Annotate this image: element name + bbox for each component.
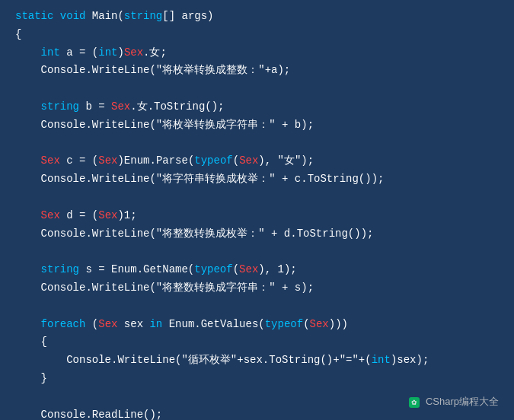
code-container: static void Main(string[] args) { int a … <box>0 0 514 420</box>
code-line-17 <box>15 298 499 316</box>
wechat-icon: ✿ <box>409 397 420 408</box>
watermark: ✿ CSharp编程大全 <box>409 395 499 409</box>
code-line-9: Sex c = (Sex)Enum.Parse(typeof(Sex), "女"… <box>15 152 499 170</box>
code-line-21: } <box>15 370 499 388</box>
code-line-11 <box>15 189 499 207</box>
code-line-18: foreach (Sex sex in Enum.GetValues(typeo… <box>15 316 499 334</box>
code-block: static void Main(string[] args) { int a … <box>15 8 499 420</box>
code-line-7: Console.WriteLine("将枚举转换成字符串：" + b); <box>15 116 499 135</box>
code-line-13: Console.WriteLine("将整数转换成枚举：" + d.ToStri… <box>15 225 499 243</box>
code-line-16: Console.WriteLine("将整数转换成字符串：" + s); <box>15 279 499 298</box>
code-line-2: { <box>15 26 499 44</box>
code-line-4: Console.WriteLine("将枚举转换成整数："+a); <box>15 62 499 80</box>
code-line-15: string s = Enum.GetName(typeof(Sex), 1); <box>15 261 499 279</box>
code-line-19: { <box>15 333 499 352</box>
watermark-text: CSharp编程大全 <box>426 396 499 407</box>
keyword-string: string <box>124 10 162 22</box>
code-line-3: int a = (int)Sex.女; <box>15 44 499 62</box>
code-line-10: Console.WriteLine("将字符串转换成枚举：" + c.ToStr… <box>15 170 499 189</box>
keyword-int: int <box>41 46 60 59</box>
keyword-void: void <box>60 10 86 22</box>
code-line-14 <box>15 243 499 261</box>
type-sex: Sex <box>124 46 143 59</box>
code-line-1: static void Main(string[] args) <box>15 8 499 26</box>
code-line-20: Console.WriteLine("循环枚举"+sex.ToString()+… <box>15 352 499 370</box>
code-line-12: Sex d = (Sex)1; <box>15 207 499 225</box>
code-line-5 <box>15 80 499 98</box>
code-line-8 <box>15 135 499 153</box>
code-line-6: string b = Sex.女.ToString(); <box>15 98 499 116</box>
keyword-static: static <box>15 10 53 22</box>
